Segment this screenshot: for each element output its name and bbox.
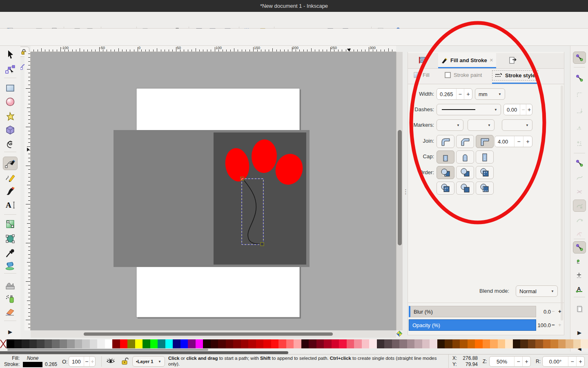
palette-swatch[interactable] (165, 339, 173, 348)
palette-swatch[interactable] (437, 339, 445, 348)
palette-swatch[interactable] (324, 339, 332, 348)
snap-enable-button[interactable] (573, 52, 586, 64)
zoom-plus-button[interactable]: + (522, 357, 530, 366)
calligraphy-tool[interactable] (3, 184, 18, 197)
close-icon[interactable]: ✕ (490, 58, 493, 63)
rectangle-tool[interactable] (3, 81, 18, 94)
palette-scrollbar-thumb[interactable] (7, 349, 208, 351)
panel-scrollbar[interactable] (561, 85, 563, 321)
palette-swatch[interactable] (7, 339, 14, 348)
palette-swatch[interactable] (332, 339, 339, 348)
palette-swatch[interactable] (414, 339, 422, 348)
palette-swatch[interactable] (422, 339, 430, 348)
order-markers-fill-stroke-button[interactable] (476, 166, 494, 179)
palette-swatch[interactable] (218, 339, 226, 348)
pencil-tool[interactable] (3, 171, 18, 184)
palette-swatch[interactable] (196, 339, 203, 348)
layer-lock-toggle[interactable] (121, 357, 129, 366)
palette-swatch[interactable] (112, 339, 120, 348)
tab-fill-and-stroke[interactable]: Fill and Stroke ✕ (438, 53, 496, 68)
status-opacity-plus[interactable]: + (89, 357, 95, 366)
node-editor-tool[interactable] (3, 63, 18, 76)
snap-page-border-button[interactable] (573, 303, 586, 315)
toolbox-expand-arrow[interactable]: ▶ (3, 325, 18, 339)
palette-swatch[interactable] (475, 339, 483, 348)
opacity-minus-button[interactable]: − (552, 322, 555, 328)
horizontal-ruler[interactable]: -100-50050100150200250300 (31, 46, 396, 52)
palette-swatch[interactable] (392, 339, 400, 348)
text-tool[interactable]: A (3, 198, 18, 211)
zoom-spinner[interactable]: 50% − + (489, 356, 531, 367)
palette-swatch[interactable] (248, 339, 256, 348)
layer-visibility-toggle[interactable] (106, 357, 115, 366)
status-stroke-swatch[interactable] (23, 362, 42, 367)
window-titlebar[interactable]: *New document 1 - Inkscape (0, 0, 588, 12)
palette-swatch[interactable] (347, 339, 354, 348)
palette-swatch[interactable] (550, 339, 558, 348)
palette-swatch[interactable] (468, 339, 475, 348)
status-opacity-spinner[interactable]: 100 − + (69, 356, 96, 367)
miter-limit-spinner[interactable]: 4.00 − + (494, 136, 532, 147)
palette-swatch[interactable] (211, 339, 218, 348)
miter-minus-button[interactable]: − (514, 136, 523, 147)
width-unit-dropdown[interactable]: mm ▼ (475, 88, 505, 100)
snap-nodes-button[interactable] (573, 157, 586, 169)
blur-slider[interactable]: Blur (%) (409, 306, 536, 317)
palette-swatch[interactable] (566, 339, 573, 348)
palette-swatch[interactable] (37, 339, 45, 348)
palette-swatch[interactable] (82, 339, 90, 348)
marker-mid-dropdown[interactable]: ▼ (468, 119, 494, 131)
canvas[interactable] (31, 52, 396, 330)
marker-end-dropdown[interactable]: ▼ (502, 119, 532, 131)
blend-mode-dropdown[interactable]: Normal ▼ (516, 285, 558, 297)
palette-swatch[interactable] (143, 339, 150, 348)
palette-swatch[interactable] (505, 339, 513, 348)
palette-swatch[interactable] (263, 339, 271, 348)
dropper-tool[interactable] (3, 246, 18, 260)
palette-swatch[interactable] (271, 339, 279, 348)
selector-tool[interactable] (3, 47, 18, 61)
cap-round-button[interactable] (456, 150, 474, 164)
width-plus-button[interactable]: + (464, 89, 472, 99)
tab-stroke-paint[interactable]: Stroke paint (445, 72, 482, 78)
eraser-tool[interactable] (3, 305, 18, 318)
palette-swatch[interactable] (67, 339, 75, 348)
palette-swatch[interactable] (377, 339, 385, 348)
palette-swatch[interactable] (543, 339, 551, 348)
palette-swatch[interactable] (513, 339, 521, 348)
snap-rotation-center-button[interactable] (573, 269, 586, 281)
palette-swatch[interactable] (399, 339, 407, 348)
miter-plus-button[interactable]: + (523, 136, 532, 147)
palette-swatch[interactable] (301, 339, 309, 348)
palette-swatch[interactable] (278, 339, 286, 348)
palette-swatch[interactable] (286, 339, 294, 348)
snap-path-intersection-button[interactable] (573, 186, 586, 198)
palette-scrollbar[interactable] (0, 351, 288, 354)
dash-offset-spinner[interactable]: 0.00 − + (503, 104, 532, 115)
star-tool[interactable] (3, 109, 18, 123)
palette-swatch[interactable] (430, 339, 437, 348)
tab-fill[interactable]: Fill (414, 72, 430, 78)
palette-swatch[interactable] (490, 339, 498, 348)
dash-offset-plus-button[interactable]: + (526, 104, 532, 115)
snap-bbox-edge-button[interactable] (573, 88, 586, 101)
opacity-plus-button[interactable]: + (558, 322, 561, 328)
palette-swatch[interactable] (445, 339, 452, 348)
snap-path-button[interactable] (573, 172, 586, 184)
palette-swatch[interactable] (75, 339, 82, 348)
palette-swatch[interactable] (45, 339, 52, 348)
rotation-plus-button[interactable]: + (576, 357, 584, 366)
palette-swatch[interactable] (483, 339, 490, 348)
paint-bucket-tool[interactable] (3, 258, 18, 272)
palette-swatch[interactable] (135, 339, 143, 348)
palette-swatch[interactable] (452, 339, 460, 348)
join-bevel-button[interactable] (456, 135, 474, 148)
order-fill-markers-stroke-button[interactable] (437, 182, 454, 195)
palette-swatch[interactable] (339, 339, 347, 348)
palette-swatch[interactable] (573, 339, 581, 348)
rotation-spinner[interactable]: 0.00° − + (542, 356, 585, 367)
mesh-gradient-tool[interactable] (3, 232, 18, 245)
palette-swatch[interactable] (233, 339, 241, 348)
palette-swatch[interactable] (14, 339, 22, 348)
palette-swatch[interactable] (460, 339, 468, 348)
